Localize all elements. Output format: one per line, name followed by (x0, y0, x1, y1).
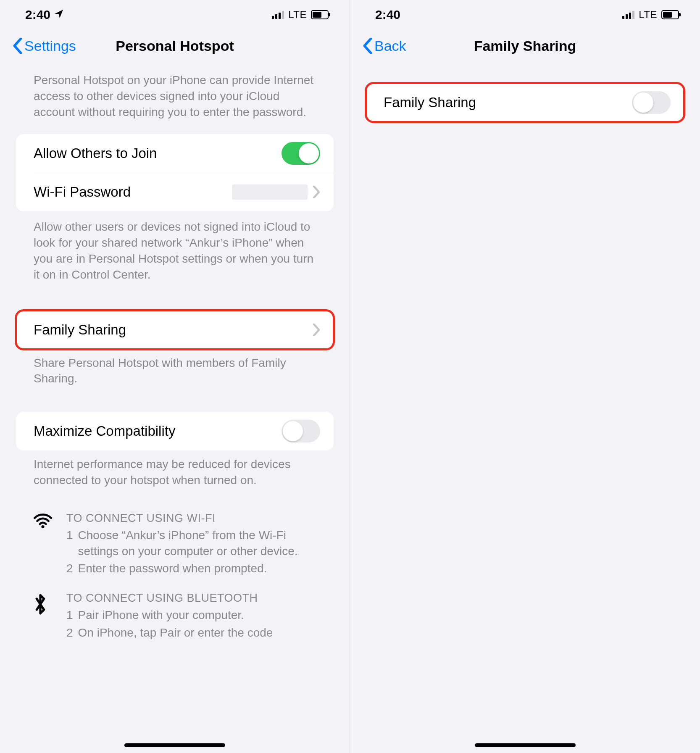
group-max-compat: Maximize Compatibility (16, 412, 334, 450)
connect-wifi-section: TO CONNECT USING WI-FI 1Choose “Ankur’s … (34, 512, 316, 578)
svg-point-0 (41, 525, 44, 528)
network-label: LTE (639, 9, 657, 21)
home-indicator[interactable] (124, 743, 225, 747)
row-family-sharing[interactable]: Family Sharing (16, 311, 334, 349)
status-bar: 2:40 LTE (350, 0, 700, 29)
bluetooth-icon (34, 592, 55, 642)
status-time: 2:40 (25, 8, 50, 22)
back-button[interactable]: Back (363, 38, 406, 54)
row-allow-others[interactable]: Allow Others to Join (16, 134, 334, 173)
chevron-left-icon (363, 38, 373, 54)
cellular-signal-icon (622, 11, 634, 19)
row-label: Family Sharing (34, 322, 313, 338)
allow-others-toggle[interactable] (282, 142, 320, 165)
connect-bt-step: 2On iPhone, tap Pair or enter the code (66, 625, 316, 641)
max-compat-toggle[interactable] (282, 420, 320, 442)
family-sharing-footer: Share Personal Hotspot with members of F… (0, 349, 350, 394)
chevron-right-icon (313, 186, 320, 198)
wifi-icon (34, 512, 55, 578)
nav-bar: Back Family Sharing (350, 29, 700, 62)
group-family-sharing: Family Sharing (16, 311, 334, 349)
battery-icon (661, 10, 679, 19)
wifi-password-value (232, 184, 308, 200)
row-family-sharing-toggle[interactable]: Family Sharing (366, 83, 684, 122)
group-family-sharing-toggle: Family Sharing (366, 83, 684, 122)
back-label: Settings (24, 38, 76, 54)
settings-content: Personal Hotspot on your iPhone can prov… (0, 62, 350, 753)
family-sharing-toggle[interactable] (632, 91, 671, 114)
row-wifi-password[interactable]: Wi-Fi Password (16, 173, 334, 211)
chevron-left-icon (13, 38, 23, 54)
connect-wifi-step: 2Enter the password when prompted. (66, 561, 316, 577)
cellular-signal-icon (272, 11, 284, 19)
row-label: Maximize Compatibility (34, 423, 282, 439)
back-button[interactable]: Settings (13, 38, 76, 54)
settings-content: Family Sharing (350, 62, 700, 753)
connect-bt-step: 1Pair iPhone with your computer. (66, 607, 316, 623)
connect-wifi-step: 1Choose “Ankur’s iPhone” from the Wi-Fi … (66, 527, 316, 559)
connect-wifi-title: TO CONNECT USING WI-FI (66, 512, 316, 525)
status-bar: 2:40 LTE (0, 0, 350, 29)
group-allow-others: Allow Others to Join Wi-Fi Password (16, 134, 334, 211)
location-icon (54, 8, 64, 22)
row-label: Allow Others to Join (34, 145, 282, 161)
row-max-compat[interactable]: Maximize Compatibility (16, 412, 334, 450)
intro-text: Personal Hotspot on your iPhone can prov… (0, 62, 350, 126)
phone-screen-personal-hotspot: 2:40 LTE Settings Personal Hotspot Perso… (0, 0, 350, 753)
nav-bar: Settings Personal Hotspot (0, 29, 350, 62)
back-label: Back (374, 38, 406, 54)
row-label: Wi-Fi Password (34, 184, 232, 200)
chevron-right-icon (313, 324, 320, 336)
status-time: 2:40 (375, 8, 400, 22)
row-label: Family Sharing (384, 95, 632, 111)
max-compat-footer: Internet performance may be reduced for … (0, 450, 350, 495)
phone-screen-family-sharing: 2:40 LTE Back Family Sharing Family Shar… (350, 0, 700, 753)
allow-others-footer: Allow other users or devices not signed … (0, 211, 350, 289)
battery-icon (311, 10, 329, 19)
home-indicator[interactable] (475, 743, 576, 747)
network-label: LTE (288, 9, 307, 21)
connect-bt-title: TO CONNECT USING BLUETOOTH (66, 592, 316, 605)
connect-bluetooth-section: TO CONNECT USING BLUETOOTH 1Pair iPhone … (34, 592, 316, 642)
